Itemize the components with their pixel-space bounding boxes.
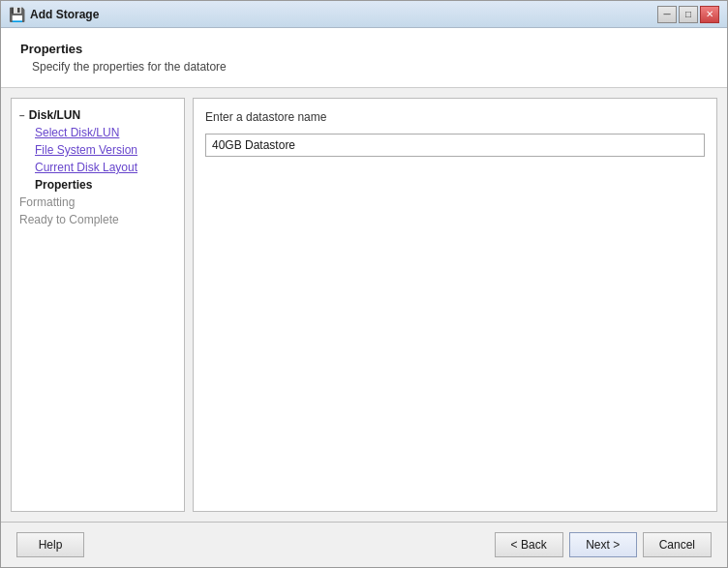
main-panel: Enter a datastore name	[193, 98, 717, 512]
sidebar-item-current-disk-layout[interactable]: Current Disk Layout	[12, 159, 184, 176]
minimize-button[interactable]: ─	[657, 6, 677, 23]
header-title: Properties	[20, 42, 708, 56]
sidebar-select-disk-lun-label: Select Disk/LUN	[35, 126, 119, 139]
footer-left: Help	[16, 532, 84, 557]
header-section: Properties Specify the properties for th…	[1, 28, 727, 88]
sidebar-item-ready-to-complete: Ready to Complete	[12, 211, 184, 228]
header-subtitle: Specify the properties for the datatore	[20, 60, 708, 74]
back-button[interactable]: < Back	[495, 532, 563, 557]
next-button[interactable]: Next >	[569, 532, 637, 557]
main-window: 💾 Add Storage ─ □ ✕ Properties Specify t…	[0, 0, 728, 568]
sidebar-item-formatting: Formatting	[12, 194, 184, 211]
title-bar-buttons: ─ □ ✕	[657, 6, 719, 23]
help-button[interactable]: Help	[16, 532, 84, 557]
datastore-name-input[interactable]	[205, 134, 705, 157]
sidebar-item-properties: Properties	[12, 176, 184, 194]
sidebar: − Disk/LUN Select Disk/LUN File System V…	[11, 98, 185, 512]
sidebar-formatting-label: Formatting	[19, 195, 75, 209]
sidebar-item-disk-lun[interactable]: − Disk/LUN	[12, 106, 184, 124]
cancel-button[interactable]: Cancel	[643, 532, 712, 557]
footer: Help < Back Next > Cancel	[1, 522, 727, 567]
sidebar-ready-to-complete-label: Ready to Complete	[19, 213, 119, 226]
sidebar-current-disk-layout-label: Current Disk Layout	[35, 161, 137, 174]
fieldset-label: Enter a datastore name	[205, 110, 705, 124]
content-area: − Disk/LUN Select Disk/LUN File System V…	[1, 88, 727, 522]
sidebar-properties-label: Properties	[35, 178, 92, 192]
title-bar: 💾 Add Storage ─ □ ✕	[1, 1, 727, 28]
sidebar-item-file-system-version[interactable]: File System Version	[12, 141, 184, 159]
window-title: Add Storage	[30, 8, 657, 21]
window-icon: 💾	[9, 7, 24, 22]
close-button[interactable]: ✕	[700, 6, 719, 23]
form-group: Enter a datastore name	[193, 98, 717, 512]
sidebar-disk-lun-label: Disk/LUN	[29, 108, 80, 122]
collapse-icon[interactable]: −	[19, 110, 25, 121]
sidebar-file-system-version-label: File System Version	[35, 143, 137, 157]
sidebar-item-select-disk-lun[interactable]: Select Disk/LUN	[12, 124, 184, 141]
maximize-button[interactable]: □	[679, 6, 698, 23]
footer-right: < Back Next > Cancel	[495, 532, 712, 557]
